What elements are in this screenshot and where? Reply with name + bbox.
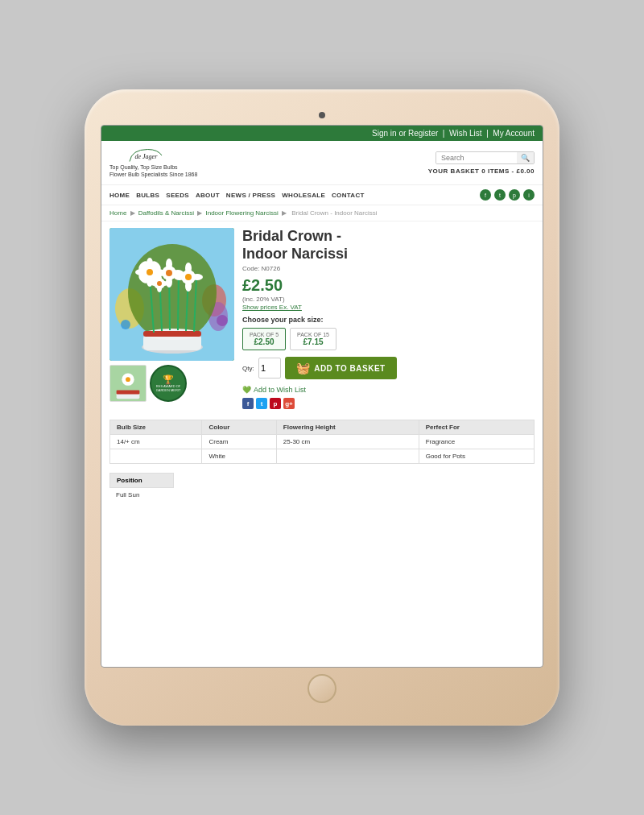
camera — [319, 112, 325, 118]
top-bar: Sign in or Register | Wish List | My Acc… — [101, 126, 543, 141]
nav-bulbs[interactable]: BULBS — [136, 192, 159, 199]
pack-option-15[interactable]: PACK OF 15 £7.15 — [290, 328, 336, 350]
tablet-screen: Sign in or Register | Wish List | My Acc… — [101, 125, 543, 668]
nav-home[interactable]: HOME — [109, 192, 130, 199]
svg-text:de Jager: de Jager — [135, 153, 159, 160]
product-area: 🏆 RHS AWARD OFGARDEN MERIT Bridal Crown … — [101, 221, 543, 416]
home-button[interactable] — [308, 674, 336, 703]
basket-info: YOUR BASKET 0 ITEMS - £0.00 — [428, 168, 535, 175]
wishlist-row: 💚 Add to Wish List — [242, 386, 535, 394]
main-nav: HOME BULBS SEEDS ABOUT NEWS / PRESS WHOL… — [101, 185, 543, 205]
breadcrumb-daffodils[interactable]: Daffodils & Narcissi — [138, 209, 194, 217]
position-section: Position Full Sun — [109, 468, 535, 503]
breadcrumb-indoor[interactable]: Indoor Flowering Narcissi — [206, 209, 279, 217]
account-link[interactable]: My Account — [493, 129, 535, 138]
social-facebook[interactable]: f — [480, 189, 491, 201]
wishlist-link[interactable]: Wish List — [449, 129, 482, 138]
svg-point-48 — [126, 378, 130, 383]
product-title: Bridal Crown - Indoor Narcissi — [242, 228, 535, 263]
cell-perfect-2: Good for Pots — [419, 449, 534, 464]
attributes-section: Bulb Size Colour Flowering Height Perfec… — [101, 420, 543, 511]
qty-input[interactable] — [258, 358, 281, 379]
logo-search-row: de Jager Top Quality, Top Size Bulbs Flo… — [101, 141, 543, 185]
logo-arc-svg: de Jager — [109, 147, 182, 163]
attributes-table: Bulb Size Colour Flowering Height Perfec… — [109, 420, 535, 464]
pack-5-price: £2.50 — [250, 337, 279, 346]
svg-point-37 — [185, 274, 192, 280]
table-row: 14/+ cm Cream 25-30 cm Fragrance — [110, 435, 535, 449]
pack-size-label: Choose your pack size: — [242, 316, 535, 324]
logo-area: de Jager Top Quality, Top Size Bulbs Flo… — [109, 147, 428, 178]
share-pinterest-icon[interactable]: p — [270, 398, 281, 409]
nav-contact[interactable]: CONTACT — [332, 192, 365, 199]
svg-point-43 — [157, 281, 162, 286]
share-googleplus-icon[interactable]: g+ — [283, 398, 295, 409]
product-price: £2.50 — [242, 276, 535, 295]
svg-point-44 — [121, 320, 130, 329]
product-thumbnail[interactable] — [109, 365, 147, 402]
breadcrumb: Home ▶ Daffodils & Narcissi ▶ Indoor Flo… — [101, 205, 543, 221]
table-row: White Good for Pots — [110, 449, 535, 464]
nav-news[interactable]: NEWS / PRESS — [226, 192, 275, 199]
position-value: Full Sun — [109, 490, 535, 500]
pack-15-price: £7.15 — [297, 337, 329, 346]
add-to-basket-button[interactable]: 🧺 ADD TO BASKET — [285, 357, 397, 379]
nav-seeds[interactable]: SEEDS — [166, 192, 189, 199]
cell-height: 25-30 cm — [276, 435, 419, 449]
pack-options: PACK OF 5 £2.50 PACK OF 15 £7.15 — [242, 328, 535, 350]
qty-basket-row: Qty: 🧺 ADD TO BASKET — [242, 357, 535, 379]
scrollable-content: 🏆 RHS AWARD OFGARDEN MERIT Bridal Crown … — [101, 221, 543, 667]
cell-colour-2: White — [202, 449, 276, 464]
heart-icon: 💚 — [242, 386, 251, 394]
basket-icon: 🧺 — [296, 362, 311, 374]
qty-label: Qty: — [242, 365, 254, 372]
product-images: 🏆 RHS AWARD OFGARDEN MERIT — [109, 228, 234, 409]
search-input[interactable] — [436, 152, 517, 163]
cell-colour-1: Cream — [202, 435, 276, 449]
social-instagram[interactable]: i — [523, 189, 535, 201]
pack-5-label: PACK OF 5 — [250, 332, 279, 337]
share-twitter-icon[interactable]: t — [256, 398, 267, 409]
svg-rect-50 — [117, 391, 140, 395]
pack-15-label: PACK OF 15 — [297, 332, 329, 337]
nav-links: HOME BULBS SEEDS ABOUT NEWS / PRESS WHOL… — [109, 192, 365, 199]
nav-about[interactable]: ABOUT — [196, 192, 220, 199]
nav-wholesale[interactable]: WHOLESALE — [282, 192, 325, 199]
col-perfect-for: Perfect For — [419, 420, 534, 435]
svg-point-17 — [147, 269, 153, 275]
cell-perfect-1: Fragrance — [419, 435, 534, 449]
cell-bulb-size: 14/+ cm — [110, 435, 202, 449]
svg-rect-9 — [143, 331, 201, 337]
col-bulb-size: Bulb Size — [110, 420, 202, 435]
award-badge: 🏆 RHS AWARD OFGARDEN MERIT — [150, 365, 187, 402]
search-basket: 🔍 YOUR BASKET 0 ITEMS - £0.00 — [428, 151, 535, 175]
breadcrumb-current: Bridal Crown - Indoor Narcissi — [291, 209, 377, 217]
thumbnail-row: 🏆 RHS AWARD OFGARDEN MERIT — [109, 365, 234, 402]
share-facebook-icon[interactable]: f — [242, 398, 254, 409]
cell-height-2 — [276, 449, 419, 464]
col-colour: Colour — [202, 420, 276, 435]
col-flowering-height: Flowering Height — [276, 420, 419, 435]
position-header: Position — [109, 473, 174, 488]
breadcrumb-home[interactable]: Home — [109, 209, 126, 217]
cell-bulb-size-2 — [110, 449, 202, 464]
social-twitter[interactable]: t — [494, 189, 506, 201]
wishlist-link[interactable]: 💚 Add to Wish List — [242, 386, 306, 394]
tablet-device: Sign in or Register | Wish List | My Acc… — [85, 89, 559, 726]
logo-tagline: Top Quality, Top Size Bulbs Flower Bulb … — [109, 163, 197, 178]
svg-point-5 — [128, 244, 217, 341]
svg-point-31 — [166, 270, 172, 276]
top-bar-links[interactable]: Sign in or Register — [372, 129, 438, 138]
price-ex-vat[interactable]: Show prices Ex. VAT — [242, 304, 535, 311]
product-details: Bridal Crown - Indoor Narcissi Code: N07… — [242, 228, 535, 409]
social-pinterest[interactable]: p — [509, 189, 520, 201]
search-button[interactable]: 🔍 — [517, 152, 534, 163]
pack-option-5[interactable]: PACK OF 5 £2.50 — [242, 328, 286, 350]
price-vat: (inc. 20% VAT) — [242, 296, 535, 303]
svg-point-45 — [217, 315, 228, 326]
social-icons: f t p i — [480, 189, 535, 201]
share-icons: f t p g+ — [242, 398, 535, 409]
main-product-image — [109, 228, 234, 361]
search-box[interactable]: 🔍 — [436, 151, 535, 164]
product-code: Code: N0726 — [242, 265, 535, 272]
